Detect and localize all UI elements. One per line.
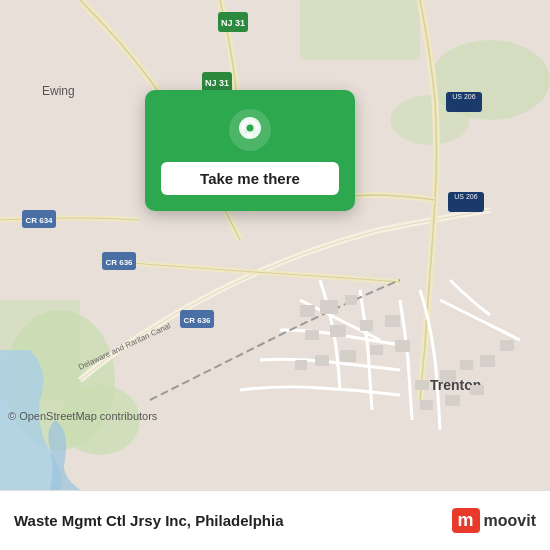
svg-rect-40	[500, 340, 514, 351]
moovit-logo: m moovit	[452, 508, 536, 533]
svg-rect-43	[470, 385, 484, 395]
moovit-text: moovit	[484, 512, 536, 530]
svg-rect-29	[360, 320, 373, 331]
business-name: Waste Mgmt Ctl Jrsy Inc, Philadelphia	[14, 512, 284, 529]
svg-text:US 206: US 206	[452, 93, 475, 100]
moovit-m-icon: m	[452, 508, 480, 533]
svg-rect-27	[305, 330, 319, 340]
map-container: NJ 31 CR 636 CR 636 CR 634 US 206 US 206…	[0, 0, 550, 490]
svg-text:CR 634: CR 634	[25, 216, 53, 225]
svg-rect-24	[300, 305, 315, 317]
svg-text:CR 636: CR 636	[183, 316, 211, 325]
svg-rect-36	[415, 380, 429, 390]
svg-rect-35	[395, 340, 410, 352]
location-card: Take me there	[145, 90, 355, 211]
svg-rect-38	[460, 360, 473, 370]
take-me-there-button[interactable]: Take me there	[161, 162, 339, 195]
svg-rect-30	[385, 315, 400, 327]
svg-rect-31	[295, 360, 307, 370]
svg-rect-25	[320, 300, 338, 314]
svg-rect-34	[370, 345, 383, 355]
svg-rect-6	[300, 0, 420, 60]
svg-rect-32	[315, 355, 329, 366]
svg-text:CR 636: CR 636	[105, 258, 133, 267]
svg-rect-26	[345, 295, 357, 305]
svg-rect-39	[480, 355, 495, 367]
svg-text:NJ 31: NJ 31	[205, 78, 229, 88]
svg-rect-42	[445, 395, 460, 406]
osm-attribution: © OpenStreetMap contributors	[8, 410, 157, 422]
location-pin-icon	[228, 108, 272, 152]
svg-point-47	[247, 125, 254, 132]
bottom-bar: Waste Mgmt Ctl Jrsy Inc, Philadelphia m …	[0, 490, 550, 550]
svg-rect-33	[340, 350, 356, 362]
svg-rect-37	[440, 370, 456, 382]
svg-text:NJ 31: NJ 31	[221, 18, 245, 28]
svg-text:Ewing: Ewing	[42, 84, 75, 98]
svg-text:US 206: US 206	[454, 193, 477, 200]
svg-rect-28	[330, 325, 346, 337]
svg-rect-41	[420, 400, 433, 410]
